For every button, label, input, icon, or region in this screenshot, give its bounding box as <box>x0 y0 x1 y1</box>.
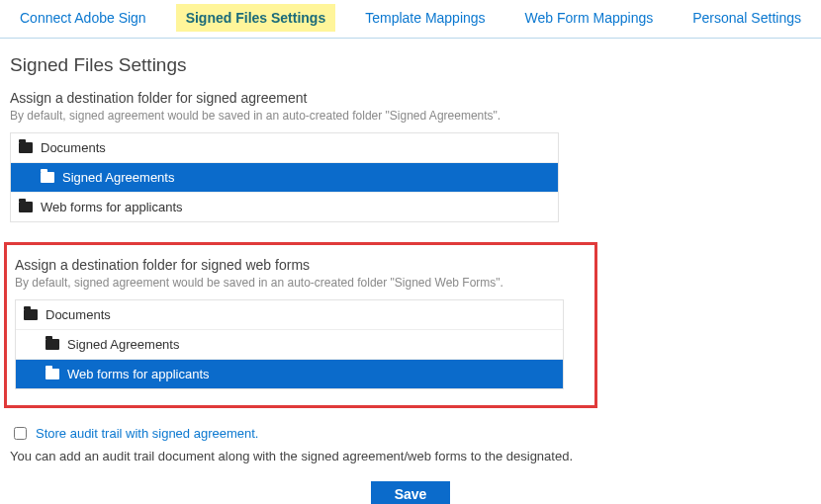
folder-row-web-forms-applicants[interactable]: Web forms for applicants <box>16 359 563 388</box>
tab-personal-settings[interactable]: Personal Settings <box>683 4 811 32</box>
section-agreement-help: By default, signed agreement would be sa… <box>10 109 811 123</box>
section-webforms-title: Assign a destination folder for signed w… <box>15 257 587 273</box>
folder-icon <box>46 339 59 350</box>
folder-label: Documents <box>46 307 111 322</box>
section-agreement-title: Assign a destination folder for signed a… <box>10 90 811 106</box>
folder-label: Web forms for applicants <box>67 367 210 381</box>
tab-bar: Connect Adobe Sign Signed Files Settings… <box>0 0 821 39</box>
folder-icon <box>19 202 33 212</box>
folder-icon <box>46 369 59 379</box>
folder-row-signed-agreements[interactable]: Signed Agreements <box>16 329 563 359</box>
folder-label: Signed Agreements <box>62 170 174 185</box>
highlighted-section: Assign a destination folder for signed w… <box>4 242 597 408</box>
folder-row-documents[interactable]: Documents <box>11 133 558 162</box>
save-button[interactable]: Save <box>371 481 451 504</box>
folder-label: Web forms for applicants <box>41 200 183 214</box>
tab-signed-files-settings[interactable]: Signed Files Settings <box>176 4 336 32</box>
folder-tree-agreement: Documents Signed Agreements Web forms fo… <box>10 132 559 222</box>
folder-label: Signed Agreements <box>67 337 179 352</box>
audit-trail-label[interactable]: Store audit trail with signed agreement. <box>36 426 258 441</box>
audit-trail-help: You can add an audit trail document alon… <box>10 449 811 463</box>
folder-tree-webforms: Documents Signed Agreements Web forms fo… <box>15 299 564 389</box>
tab-web-form-mappings[interactable]: Web Form Mappings <box>515 4 664 32</box>
section-webforms-help: By default, signed agreement would be sa… <box>15 276 587 290</box>
folder-icon <box>41 172 54 183</box>
folder-row-web-forms-applicants[interactable]: Web forms for applicants <box>11 192 558 221</box>
page-title: Signed Files Settings <box>10 54 811 76</box>
tab-template-mappings[interactable]: Template Mappings <box>355 4 495 32</box>
tab-connect-adobe-sign[interactable]: Connect Adobe Sign <box>10 4 156 32</box>
audit-trail-checkbox[interactable] <box>14 427 27 440</box>
folder-row-documents[interactable]: Documents <box>16 300 563 329</box>
folder-row-signed-agreements[interactable]: Signed Agreements <box>11 162 558 192</box>
folder-label: Documents <box>41 140 106 155</box>
folder-icon <box>24 309 38 320</box>
audit-trail-row: Store audit trail with signed agreement. <box>10 424 811 443</box>
folder-icon <box>19 142 33 153</box>
